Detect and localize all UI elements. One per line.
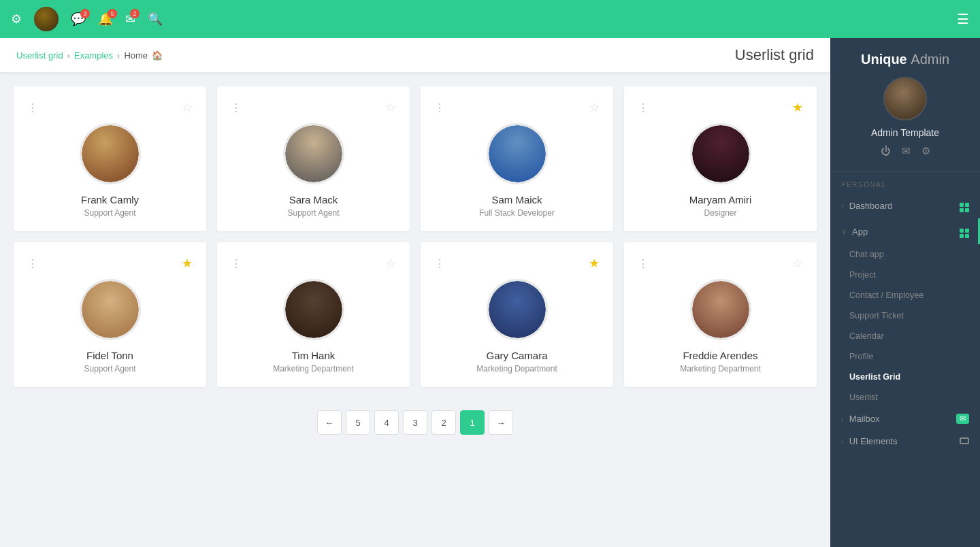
user-name: Gary Camara <box>486 350 547 361</box>
user-name: Maryam Amiri <box>689 194 752 205</box>
sidebar-subitem-profile[interactable]: Profile <box>830 346 980 367</box>
user-name: Sara Mack <box>289 194 338 205</box>
top-navbar: ⚙ 💬 3 🔔 5 ✉ 2 🔍 ☰ <box>0 0 980 38</box>
star-icon[interactable]: ★ <box>589 256 600 271</box>
sidebar-subitem-userlist[interactable]: Userlist <box>830 387 980 408</box>
chat-icon[interactable]: 💬 3 <box>71 12 86 27</box>
user-avatar <box>80 123 141 184</box>
star-icon[interactable]: ★ <box>182 256 193 271</box>
card-menu-icon[interactable]: ⋮ <box>231 101 242 114</box>
user-card-3[interactable]: ⋮ ☆ Sam Maick Full Stack Developer <box>421 86 613 231</box>
user-card-8[interactable]: ⋮ ☆ Freddie Arendes Marketing Department <box>624 242 817 387</box>
separator-1: ‹ <box>67 50 70 61</box>
search-icon[interactable]: 🔍 <box>148 12 163 27</box>
bell-icon[interactable]: 🔔 5 <box>98 12 113 27</box>
card-menu-icon[interactable]: ⋮ <box>434 257 446 270</box>
pagination: ← 5 4 3 2 1 → <box>14 403 817 448</box>
star-icon[interactable]: ☆ <box>385 256 396 271</box>
card-top-row: ⋮ ☆ <box>434 100 600 115</box>
page-3-button[interactable]: 3 <box>403 410 427 435</box>
card-menu-icon[interactable]: ⋮ <box>231 257 242 270</box>
admin-actions: ⏻ ✉ ⚙ <box>841 145 969 157</box>
mail-badge: 2 <box>130 9 140 18</box>
sidebar-item-app[interactable]: ∨ App <box>830 218 980 244</box>
app-grid-icon <box>960 225 969 238</box>
settings-icon[interactable]: ⚙ <box>11 12 22 27</box>
sidebar-subitem-chat-app[interactable]: Chat app <box>830 244 980 265</box>
page-2-button[interactable]: 2 <box>431 410 456 435</box>
user-card-5[interactable]: ⋮ ★ Fidel Tonn Support Agent <box>14 242 206 387</box>
breadcrumb-userlist[interactable]: Userlist grid <box>16 50 63 61</box>
star-icon[interactable]: ☆ <box>385 100 396 115</box>
user-card-2[interactable]: ⋮ ☆ Sara Mack Support Agent <box>217 86 410 231</box>
breadcrumb-examples[interactable]: Examples <box>74 50 113 61</box>
separator-2: ‹ <box>117 50 120 61</box>
card-menu-icon[interactable]: ⋮ <box>434 101 446 114</box>
section-personal: PERSONAL <box>830 171 980 193</box>
sidebar-subitem-contact-employee[interactable]: Contact / Employee <box>830 285 980 305</box>
user-avatar-nav[interactable] <box>34 7 59 31</box>
card-menu-icon[interactable]: ⋮ <box>638 101 649 114</box>
sidebar-item-dashboard[interactable]: ‹ Dashboard <box>830 193 980 218</box>
brand-light: Admin <box>911 52 949 67</box>
chat-badge: 3 <box>80 9 90 18</box>
dashboard-item-left: ‹ Dashboard <box>841 201 892 211</box>
sidebar-item-mailbox[interactable]: ‹ Mailbox ✉ <box>830 408 980 430</box>
page-4-button[interactable]: 4 <box>374 410 399 435</box>
sidebar-item-ui-elements[interactable]: ‹ UI Elements <box>830 430 980 452</box>
user-avatar <box>80 279 141 340</box>
card-menu-icon[interactable]: ⋮ <box>27 257 39 270</box>
sidebar-subitem-project[interactable]: Project <box>830 265 980 285</box>
user-role: Support Agent <box>287 208 339 218</box>
dashboard-label: Dashboard <box>849 201 893 211</box>
mail-icon[interactable]: ✉ 2 <box>125 12 135 27</box>
breadcrumb: Userlist grid ‹ Examples ‹ Home 🏠 <box>16 50 163 61</box>
user-card-1[interactable]: ⋮ ☆ Frank Camly Support Agent <box>14 86 206 231</box>
user-grid: ⋮ ☆ Frank Camly Support Agent ⋮ ☆ Sara M… <box>14 86 817 387</box>
ui-elements-item-left: ‹ UI Elements <box>841 436 897 446</box>
sidebar-subitem-userlist-grid[interactable]: Userlist Grid <box>830 367 980 387</box>
chevron-left-icon: ‹ <box>841 201 844 210</box>
mailbox-badge: ✉ <box>956 414 969 424</box>
mailbox-item-left: ‹ Mailbox <box>841 414 879 424</box>
page-1-button[interactable]: 1 <box>460 410 485 435</box>
breadcrumb-bar: Userlist grid ‹ Examples ‹ Home 🏠 Userli… <box>0 38 830 73</box>
power-icon[interactable]: ⏻ <box>881 145 891 157</box>
monitor-icon <box>960 436 969 446</box>
admin-name: Admin Template <box>841 127 969 138</box>
prev-page-button[interactable]: ← <box>317 410 342 435</box>
page-title: Userlist grid <box>735 46 814 64</box>
star-icon[interactable]: ☆ <box>792 256 803 271</box>
home-icon: 🏠 <box>152 50 163 61</box>
star-icon[interactable]: ☆ <box>182 100 193 115</box>
user-role: Marketing Department <box>476 364 557 374</box>
admin-mail-icon[interactable]: ✉ <box>902 145 911 157</box>
user-name: Freddie Arendes <box>683 350 757 361</box>
sidebar-brand: Unique Admin Admin Template ⏻ ✉ ⚙ <box>830 38 980 171</box>
user-avatar <box>283 279 344 340</box>
user-role: Support Agent <box>84 208 135 218</box>
card-menu-icon[interactable]: ⋮ <box>27 101 39 114</box>
card-top-row: ⋮ ☆ <box>231 256 396 271</box>
hamburger-icon[interactable]: ☰ <box>957 11 969 27</box>
page-5-button[interactable]: 5 <box>346 410 370 435</box>
star-icon[interactable]: ☆ <box>589 100 600 115</box>
user-avatar <box>690 123 751 184</box>
chevron-left-mailbox-icon: ‹ <box>841 415 844 423</box>
next-page-button[interactable]: → <box>489 410 513 435</box>
mailbox-label: Mailbox <box>849 414 880 424</box>
sidebar-subitem-calendar[interactable]: Calendar <box>830 326 980 346</box>
breadcrumb-home[interactable]: Home <box>124 50 148 61</box>
star-icon[interactable]: ★ <box>792 100 803 115</box>
chevron-down-icon: ∨ <box>841 227 847 236</box>
user-role: Designer <box>704 208 736 218</box>
card-top-row: ⋮ ★ <box>638 100 803 115</box>
sidebar-subitem-support-ticket[interactable]: Support Ticket <box>830 305 980 326</box>
user-card-4[interactable]: ⋮ ★ Maryam Amiri Designer <box>624 86 817 231</box>
user-card-7[interactable]: ⋮ ★ Gary Camara Marketing Department <box>421 242 613 387</box>
admin-settings-icon[interactable]: ⚙ <box>921 145 930 157</box>
user-card-6[interactable]: ⋮ ☆ Tim Hank Marketing Department <box>217 242 410 387</box>
right-sidebar: Unique Admin Admin Template ⏻ ✉ ⚙ PERSON… <box>830 38 980 547</box>
nav-left: ⚙ 💬 3 🔔 5 ✉ 2 🔍 <box>11 7 957 31</box>
card-menu-icon[interactable]: ⋮ <box>638 257 649 270</box>
